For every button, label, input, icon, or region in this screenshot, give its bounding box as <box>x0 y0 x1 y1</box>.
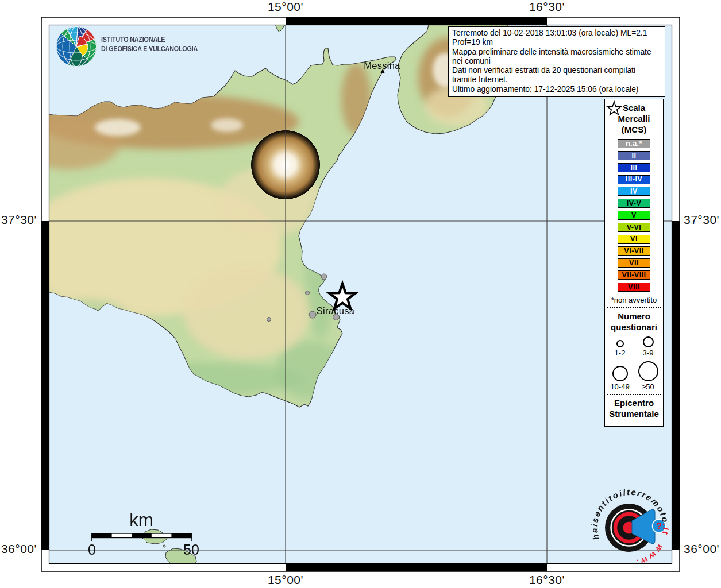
size-circle-icon <box>612 366 628 381</box>
mcs-swatch-n.a.*: n.a.* <box>618 139 650 148</box>
axis-label-left-lat2: 36°00' <box>0 542 37 556</box>
mcs-swatch-v-vi: V-VI <box>618 223 650 232</box>
legend-divider <box>607 307 661 308</box>
axis-label-bottom-lon1: 15°00' <box>245 573 326 587</box>
info-line-updated: Ultimo aggiornamento: 17-12-2025 15:06 (… <box>452 85 661 94</box>
size-label: 10-49 <box>610 382 629 391</box>
questionnaire-size-grid: 1-23-910-49≥50 <box>605 336 663 391</box>
legend-panel: Scala Mercalli (MCS) n.a.*IIIIIIII-IVIVI… <box>604 99 664 427</box>
legend-footnote: *non avvertito <box>605 296 663 304</box>
axis-label-left-lat1: 37°30' <box>0 213 37 227</box>
earthquake-info-box: Terremoto del 10-02-2018 13:01:03 (ora l… <box>448 26 665 97</box>
mcs-swatch-v: V <box>618 211 650 220</box>
size-label: ≥50 <box>642 382 654 391</box>
questionnaire-size-3-9: 3-9 <box>635 336 661 357</box>
survey-point <box>321 274 327 280</box>
mcs-swatch-iv: IV <box>618 187 650 196</box>
mcs-swatch-ii: II <box>618 151 650 160</box>
mcs-swatch-vi-vii: VI-VII <box>618 246 650 256</box>
axis-label-top-lon2: 16°30' <box>507 0 587 14</box>
city-label-messina: Messina <box>364 60 400 71</box>
epicenter-legend-title: Epicentro Strumentale <box>605 398 663 420</box>
questionnaire-size-1-2: 1-2 <box>607 340 633 357</box>
scale-bar-start: 0 <box>88 541 96 558</box>
info-line-data: Dati non verificati estratti da 20 quest… <box>452 66 661 85</box>
question-mark: ? <box>656 521 662 531</box>
size-circle-icon <box>643 336 654 347</box>
mcs-scale-list: n.a.*IIIIIIII-IVIVIV-VVV-VIVIVI-VIIVIIVI… <box>605 139 663 292</box>
info-line-map: Mappa preliminare delle intensità macros… <box>452 48 661 67</box>
axis-label-right-lat1: 37°30' <box>684 213 719 227</box>
mcs-swatch-viii: VIII <box>618 283 650 292</box>
mcs-swatch-vii: VII <box>618 258 650 268</box>
ingv-logo-text: ISTITUTO NAZIONALE DI GEOFISICA E VULCAN… <box>101 36 198 54</box>
axis-label-top-lon1: 15°00' <box>245 0 326 14</box>
size-label: 1-2 <box>615 349 626 357</box>
axis-label-right-lat2: 36°00' <box>684 542 719 556</box>
axis-label-bottom-lon2: 16°30' <box>507 573 587 587</box>
ingv-logo-globe <box>56 26 97 67</box>
macroseismic-map-page: { "axis": { "lon_labels": ["15°00'", "16… <box>0 0 721 588</box>
ingv-name-line2: DI GEOFISICA E VULCANOLOGIA <box>101 45 198 54</box>
questionnaire-size-10-49: 10-49 <box>607 366 633 391</box>
info-line-event: Terremoto del 10-02-2018 13:01:03 (ora l… <box>452 29 661 48</box>
map-area: km 0 50 MessinaSiracusa <box>17 17 672 569</box>
size-circle-icon <box>616 340 624 347</box>
comino-island <box>163 545 165 547</box>
ingv-name-line1: ISTITUTO NAZIONALE <box>101 36 198 45</box>
size-circle-icon <box>638 361 658 381</box>
survey-point <box>267 318 271 322</box>
survey-point <box>309 311 316 318</box>
city-label-siracusa: Siracusa <box>317 305 355 316</box>
scale-bar-unit: km <box>129 510 153 530</box>
size-label: 3-9 <box>643 349 654 357</box>
mcs-swatch-vi: VI <box>618 235 650 244</box>
legend-divider <box>607 394 661 395</box>
questionnaire-size-≥50: ≥50 <box>635 361 661 391</box>
mcs-swatch-vii-viii: VII-VIII <box>618 270 650 280</box>
scale-bar-end: 50 <box>183 541 199 558</box>
questionnaire-title: Numero questionari <box>605 311 663 333</box>
mcs-swatch-iii-iv: III-IV <box>618 175 650 184</box>
mcs-swatch-iv-v: IV-V <box>618 199 650 208</box>
survey-point <box>306 291 310 295</box>
mcs-swatch-iii: III <box>618 163 650 172</box>
